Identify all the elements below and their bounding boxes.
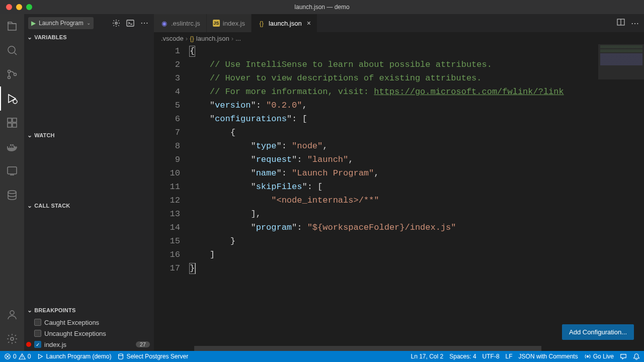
horizontal-scrollbar[interactable] <box>154 346 644 351</box>
section-label: CALL STACK <box>34 203 70 209</box>
minimap[interactable] <box>598 44 644 346</box>
launch-config-selector[interactable]: ▶ Launch Program ⌄ <box>28 17 94 29</box>
status-bar: 0 0 Launch Program (demo) Select Postgre… <box>0 351 644 362</box>
status-feedback-icon[interactable] <box>620 353 627 360</box>
watch-section-header[interactable]: ⌄ WATCH <box>24 130 154 141</box>
explorer-icon[interactable] <box>0 14 24 38</box>
gear-icon[interactable] <box>111 18 122 29</box>
close-icon[interactable]: × <box>307 19 311 27</box>
debug-toolbar: ▶ Launch Program ⌄ ⋯ <box>24 14 154 32</box>
chevron-right-icon: › <box>186 35 188 42</box>
minimap-viewport[interactable] <box>598 44 644 79</box>
traffic-lights <box>0 4 32 10</box>
breadcrumb-file[interactable]: launch.json <box>196 35 229 42</box>
window-title: launch.json — demo <box>294 4 349 11</box>
error-count: 0 <box>13 353 17 360</box>
close-window-icon[interactable] <box>6 4 12 10</box>
breakpoint-label: Uncaught Exceptions <box>44 330 106 337</box>
run-debug-icon[interactable] <box>0 86 24 111</box>
status-launch-config[interactable]: Launch Program (demo) <box>37 353 111 360</box>
js-icon: JS <box>213 20 220 27</box>
svg-point-3 <box>14 73 17 76</box>
status-problems[interactable]: 0 0 <box>4 353 31 360</box>
tab-index-js[interactable]: JS index.js <box>207 14 252 32</box>
chevron-down-icon: ⌄ <box>27 34 32 41</box>
breadcrumb-folder[interactable]: .vscode <box>161 35 184 42</box>
status-encoding[interactable]: UTF-8 <box>482 353 500 360</box>
activity-bar <box>0 14 24 351</box>
minimize-window-icon[interactable] <box>16 4 22 10</box>
source-control-icon[interactable] <box>0 62 24 86</box>
status-label: Select Postgres Server <box>126 353 188 360</box>
docker-icon[interactable] <box>0 135 24 159</box>
tab-label: launch.json <box>269 20 302 27</box>
status-language[interactable]: JSON with Comments <box>519 353 578 360</box>
svg-point-18 <box>587 355 589 357</box>
checkbox-icon[interactable] <box>34 319 41 326</box>
split-editor-icon[interactable] <box>617 18 625 28</box>
code-content[interactable]: { // Use IntelliSense to learn about pos… <box>189 44 644 346</box>
svg-point-2 <box>8 76 11 79</box>
svg-point-17 <box>119 354 123 356</box>
extensions-icon[interactable] <box>0 111 24 135</box>
settings-gear-icon[interactable] <box>0 327 24 351</box>
tab-label: .eslintrc.js <box>171 20 200 27</box>
tab-label: index.js <box>223 20 245 27</box>
checkbox-icon[interactable] <box>34 330 41 337</box>
json-icon: {} <box>190 35 194 42</box>
breakpoint-file[interactable]: ✓ index.js 27 <box>24 339 154 350</box>
chevron-down-icon: ⌄ <box>27 132 32 139</box>
checkbox-icon[interactable]: ✓ <box>34 341 41 348</box>
section-label: BREAKPOINTS <box>34 307 75 313</box>
add-configuration-button[interactable]: Add Configuration... <box>562 324 634 340</box>
breakpoint-label: Caught Exceptions <box>44 319 99 326</box>
breadcrumbs[interactable]: .vscode › {} launch.json › ... <box>154 32 644 44</box>
maximize-window-icon[interactable] <box>26 4 32 10</box>
svg-point-0 <box>8 46 15 53</box>
svg-point-4 <box>13 100 17 104</box>
chevron-down-icon: ⌄ <box>27 202 32 209</box>
chevron-down-icon: ⌄ <box>27 307 32 314</box>
account-icon[interactable] <box>0 303 24 327</box>
database-icon[interactable] <box>0 183 24 207</box>
tab-launch-json[interactable]: {} launch.json × <box>252 14 317 32</box>
remote-icon[interactable] <box>0 159 24 183</box>
status-cursor-position[interactable]: Ln 17, Col 2 <box>411 353 444 360</box>
svg-rect-5 <box>8 118 12 122</box>
scrollbar-thumb[interactable] <box>194 346 541 351</box>
svg-rect-7 <box>8 123 12 127</box>
search-icon[interactable] <box>0 38 24 62</box>
status-postgres[interactable]: Select Postgres Server <box>117 353 188 360</box>
line-gutter: 1234567891011121314151617 <box>154 44 189 346</box>
breakpoint-line-badge: 27 <box>136 341 150 347</box>
status-eol[interactable]: LF <box>506 353 513 360</box>
breakpoints-section-header[interactable]: ⌄ BREAKPOINTS <box>24 305 154 316</box>
breakpoint-dot-icon <box>26 342 31 347</box>
breakpoint-caught-exceptions[interactable]: Caught Exceptions <box>24 317 154 328</box>
eslint-icon: ◉ <box>160 19 168 27</box>
code-editor[interactable]: 1234567891011121314151617 { // Use Intel… <box>154 44 644 346</box>
title-bar: launch.json — demo <box>0 0 644 14</box>
svg-point-12 <box>11 337 14 340</box>
json-icon: {} <box>258 19 266 27</box>
status-golive[interactable]: Go Live <box>584 353 614 360</box>
more-icon[interactable]: ⋯ <box>631 19 639 28</box>
more-icon[interactable]: ⋯ <box>139 18 150 29</box>
svg-point-1 <box>8 70 11 73</box>
tab-bar: ◉ .eslintrc.js JS index.js {} launch.jso… <box>154 14 644 32</box>
variables-section-header[interactable]: ⌄ VARIABLES <box>24 32 154 43</box>
callstack-section-header[interactable]: ⌄ CALL STACK <box>24 200 154 211</box>
tab-eslintrc[interactable]: ◉ .eslintrc.js <box>154 14 207 32</box>
svg-rect-9 <box>8 167 17 174</box>
svg-point-13 <box>115 22 117 24</box>
status-indentation[interactable]: Spaces: 4 <box>449 353 476 360</box>
svg-rect-8 <box>13 123 17 127</box>
breakpoint-uncaught-exceptions[interactable]: Uncaught Exceptions <box>24 328 154 339</box>
debug-console-icon[interactable] <box>125 18 136 29</box>
warning-count: 0 <box>28 353 31 360</box>
svg-point-10 <box>8 191 16 194</box>
breadcrumb-trail[interactable]: ... <box>235 35 241 42</box>
status-bell-icon[interactable] <box>633 353 640 360</box>
chevron-down-icon: ⌄ <box>87 20 91 26</box>
section-label: VARIABLES <box>34 34 67 40</box>
